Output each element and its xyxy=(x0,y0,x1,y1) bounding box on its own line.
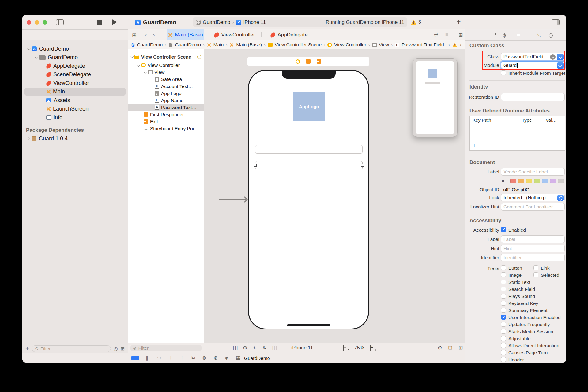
warning-icon[interactable] xyxy=(411,20,417,25)
step-into-icon[interactable]: ↓ xyxy=(167,355,175,360)
color-swatch-green[interactable] xyxy=(534,179,540,183)
acc-identifier-field[interactable]: Identifier xyxy=(501,254,565,261)
storyboard-canvas[interactable]: AppLogo xyxy=(204,49,465,343)
nav-row-group[interactable]: GuardDemo xyxy=(22,53,128,62)
password-text-field-selected[interactable] xyxy=(255,161,363,169)
jump-bar[interactable]: A GuardDemo GuardDemo Main Main (Base) V… xyxy=(128,40,465,49)
connections-inspector-icon[interactable]: → xyxy=(547,32,555,38)
process-name[interactable]: GuardDemo xyxy=(244,356,270,361)
step-over-icon[interactable]: ↪ xyxy=(155,355,163,361)
warning-count[interactable]: 3 xyxy=(418,19,421,25)
lock-dropdown[interactable]: Inherited - (Nothing) xyxy=(501,194,565,201)
trait-checkbox[interactable] xyxy=(533,265,538,270)
environment-overrides-icon[interactable]: ⊚ xyxy=(212,355,220,361)
file-inspector-icon[interactable] xyxy=(477,32,485,38)
breakpoints-toggle[interactable] xyxy=(131,356,139,360)
nav-row-viewcontroller[interactable]: ViewController xyxy=(22,79,128,87)
resize-handle-right[interactable] xyxy=(361,164,364,167)
view-debugger-icon[interactable]: ⧉ xyxy=(189,355,197,360)
navigator-filter-field[interactable]: ⊜ Filter xyxy=(32,345,111,352)
nav-row-launchscreen[interactable]: LaunchScreen xyxy=(22,105,128,113)
toggle-navigator-icon[interactable] xyxy=(56,19,64,25)
accessibility-enabled-checkbox[interactable] xyxy=(501,227,506,232)
doc-label-field[interactable]: Xcode Specific Label xyxy=(501,168,565,176)
device-label[interactable]: iPhone 11 xyxy=(291,345,313,351)
run-button[interactable] xyxy=(112,19,117,25)
go-back-icon[interactable]: ‹ xyxy=(145,32,147,38)
device-bezel-icon[interactable] xyxy=(458,355,458,361)
storyboard-entry-arrow[interactable] xyxy=(219,199,246,200)
class-field[interactable]: PasswordTextField → xyxy=(501,53,565,60)
accessibility-preview-icon[interactable]: ⊕ xyxy=(241,344,249,351)
update-frames-icon[interactable]: ⊙ xyxy=(436,344,444,351)
close-window-button[interactable] xyxy=(27,20,31,25)
iphone-device-frame[interactable]: AppLogo xyxy=(248,70,369,329)
issue-warning-icon[interactable] xyxy=(453,43,457,47)
identity-inspector-icon-selected[interactable] xyxy=(512,32,520,38)
first-responder-dock-icon[interactable] xyxy=(306,59,311,64)
color-swatch-orange[interactable] xyxy=(518,179,524,183)
restoration-id-field[interactable] xyxy=(501,93,565,101)
breadcrumb[interactable]: View Controller Scene xyxy=(275,42,322,48)
nav-row-main-selected[interactable]: Main xyxy=(22,87,128,96)
trait-checkbox[interactable] xyxy=(501,294,506,299)
breadcrumb[interactable]: View Controller xyxy=(334,42,366,48)
outline-row-appname[interactable]: L App Name xyxy=(128,97,204,104)
trait-checkbox[interactable] xyxy=(501,280,506,284)
scheme-target[interactable]: GuardDemo xyxy=(203,19,230,25)
nav-row-scenedelegate[interactable]: SceneDelegate xyxy=(22,70,128,79)
swap-editor-icon[interactable]: ⇄ xyxy=(434,32,438,38)
zoom-level[interactable]: 75% xyxy=(354,345,364,351)
add-file-icon[interactable] xyxy=(25,345,29,352)
disclosure-icon[interactable] xyxy=(137,63,140,66)
help-inspector-icon[interactable]: ? xyxy=(500,32,508,38)
outline-row-account-textfield[interactable]: F Account Text… xyxy=(128,83,204,90)
trait-checkbox[interactable] xyxy=(501,308,506,313)
attributes-inspector-icon[interactable] xyxy=(524,32,532,38)
class-dropdown-icon[interactable] xyxy=(557,54,564,60)
trait-checkbox[interactable] xyxy=(501,336,506,341)
prev-issue-icon[interactable]: ‹ xyxy=(448,42,450,48)
split-view-icon[interactable]: ◫ xyxy=(270,344,278,351)
simulate-location-icon[interactable]: ▲ xyxy=(223,355,231,360)
add-constraints-icon[interactable]: ⊞ xyxy=(457,344,465,351)
module-dropdown-icon[interactable] xyxy=(557,62,564,69)
disclosure-icon[interactable] xyxy=(27,137,30,140)
trait-checkbox[interactable] xyxy=(501,265,506,270)
color-swatch-gray[interactable] xyxy=(558,179,564,183)
trait-checkbox[interactable] xyxy=(501,287,506,291)
nav-row-appdelegate[interactable]: AppDelegate xyxy=(22,62,128,70)
add-attribute-icon[interactable]: + xyxy=(473,143,476,149)
breadcrumb[interactable]: Main (Base) xyxy=(236,42,262,48)
view-controller-dock-icon[interactable] xyxy=(296,59,300,64)
trait-checkbox[interactable] xyxy=(501,322,506,327)
zoom-window-button[interactable] xyxy=(43,20,47,25)
app-logo-image-view[interactable]: AppLogo xyxy=(293,92,325,121)
tab-viewcontroller[interactable]: ViewController xyxy=(210,29,259,40)
size-inspector-icon[interactable]: ◺ xyxy=(535,32,543,38)
lock-stepper-icon[interactable] xyxy=(557,195,564,201)
toggle-inspector-icon[interactable] xyxy=(552,19,560,25)
account-text-field[interactable] xyxy=(255,145,363,154)
acc-hint-field[interactable]: Hint xyxy=(501,245,565,252)
minimize-window-button[interactable] xyxy=(35,20,39,25)
breadcrumb[interactable]: Password Text Field xyxy=(401,42,444,48)
trait-checkbox[interactable] xyxy=(501,343,506,348)
appearance-icon[interactable]: ◐ xyxy=(251,344,259,351)
runtime-attributes-table[interactable]: Key Path Type Val… + − xyxy=(469,116,565,151)
scheme-device[interactable]: iPhone 11 xyxy=(243,19,266,25)
zoom-out-icon[interactable]: − xyxy=(343,345,344,351)
nav-row-package-guard[interactable]: Guard 1.0.4 xyxy=(22,134,128,143)
column-type[interactable]: Type xyxy=(522,117,546,123)
nav-row-project[interactable]: A GuardDemo xyxy=(22,44,128,53)
clear-color-icon[interactable]: × xyxy=(502,178,504,184)
outline-row-entry-point[interactable]: → Storyboard Entry Poi… xyxy=(128,125,204,132)
inherit-module-checkbox[interactable] xyxy=(501,70,506,75)
zoom-in-icon[interactable]: + xyxy=(370,345,371,351)
outline-row-view[interactable]: View xyxy=(128,69,204,76)
outline-row-safearea[interactable]: Safe Area xyxy=(128,76,204,83)
disclosure-icon[interactable] xyxy=(130,55,134,58)
history-inspector-icon[interactable] xyxy=(489,32,497,38)
outline-row-exit[interactable]: Exit xyxy=(128,118,204,125)
add-editor-icon[interactable]: ⊞ xyxy=(458,32,463,38)
